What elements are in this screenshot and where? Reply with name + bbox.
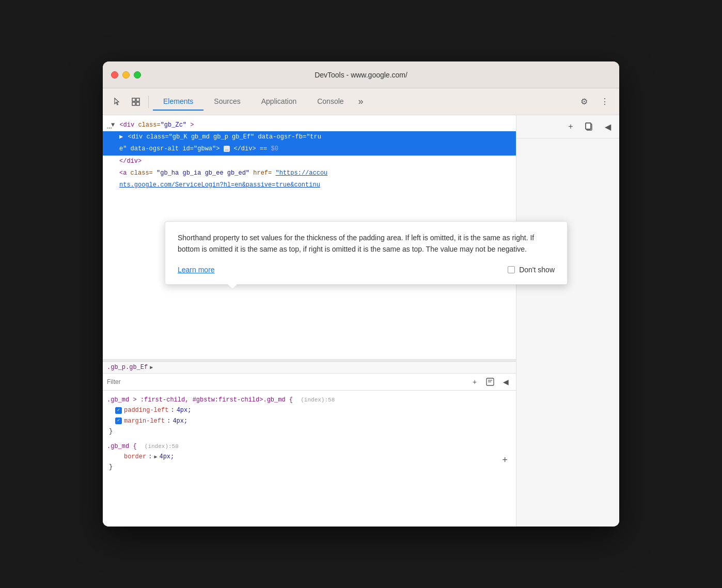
right-toolbar: + ◀ [516, 115, 619, 138]
tooltip-description: Shorthand property to set values for the… [178, 232, 516, 255]
toolbar-right: ⚙ ⋮ [576, 94, 613, 110]
tab-application[interactable]: Application [251, 93, 307, 111]
traffic-lights [111, 71, 141, 79]
padding-left-checkbox[interactable] [115, 407, 122, 414]
expand-arrow-2: ▶ [119, 133, 123, 141]
border-expand-arrow[interactable]: ▶ [154, 453, 157, 461]
right-copy-icon[interactable] [582, 119, 597, 134]
add-property-button[interactable]: + [502, 453, 508, 469]
new-style-rule-icon[interactable] [484, 376, 496, 388]
prop-value-padding-left: 4px; [177, 405, 192, 415]
css-prop-row-margin: margin-left : 4px; [107, 416, 512, 426]
filter-bar: + ◀ [103, 374, 516, 391]
svg-rect-1 [136, 98, 139, 101]
right-content [516, 138, 619, 527]
more-tabs-button[interactable]: » [354, 94, 368, 109]
prop-name-margin-left: margin-left [124, 416, 165, 426]
selector-text: .gb_p.gb_Ef [107, 364, 148, 371]
dom-line-6[interactable]: nts.google.com/ServiceLogin?hl=en&passiv… [103, 179, 516, 191]
dom-line-4[interactable]: </div> [103, 156, 516, 167]
styles-content: .gb_md > :first-child, #gbstw:first-chil… [103, 391, 516, 527]
ellipsis-indicator: … [107, 120, 112, 134]
svg-rect-8 [586, 123, 591, 129]
maximize-button[interactable] [134, 71, 141, 79]
tooltip-footer: Learn more Don't show [178, 266, 516, 274]
dom-line-2[interactable]: ▶ <div class="gb_K gb_md gb_p gb_Ef" dat… [103, 131, 516, 143]
tooltip-popup: Shorthand property to set values for the… [165, 221, 516, 285]
css-rule-2: .gb_md { (index):58 border : ▶ 4px; } [107, 441, 512, 473]
rule-1-close: } [107, 426, 512, 437]
toolbar-divider [148, 96, 149, 108]
main-area: … ▼ <div class="gb_Zc" > ▶ <div class="g… [103, 115, 619, 527]
svg-rect-0 [132, 98, 135, 101]
css-prop-row-border: border : ▶ 4px; [107, 452, 512, 462]
selector-bar: .gb_p.gb_Ef ▶ [103, 362, 516, 374]
prop-name-padding-left: padding-left [124, 405, 168, 415]
css-prop-row-padding: padding-left : 4px; [107, 405, 512, 415]
svg-rect-3 [136, 102, 139, 105]
close-button[interactable] [111, 71, 118, 79]
dont-show-option: Don't show [508, 266, 516, 274]
tab-bar: Elements Sources Application Console » [153, 93, 574, 111]
tab-console[interactable]: Console [307, 93, 354, 111]
inspect-icon[interactable] [128, 94, 144, 110]
more-options-icon[interactable]: ⋮ [597, 94, 613, 110]
learn-more-link[interactable]: Learn more [178, 266, 215, 274]
toggle-class-icon[interactable]: ◀ [499, 376, 512, 388]
svg-rect-2 [132, 102, 135, 105]
prop-value-border: 4px; [159, 452, 174, 462]
titlebar: DevTools - www.google.com/ [103, 61, 619, 88]
right-back-icon[interactable]: ◀ [601, 119, 615, 134]
line-ref-2: (index):58 [145, 443, 179, 450]
minimize-button[interactable] [122, 71, 130, 79]
css-selector-2: .gb_md { [107, 443, 137, 450]
dom-line-1[interactable]: ▼ <div class="gb_Zc" > [103, 119, 516, 131]
line-ref-1: (index):58 [301, 397, 335, 403]
right-panel: + ◀ [516, 115, 619, 527]
prop-name-border: border [124, 452, 146, 462]
tab-elements[interactable]: Elements [153, 93, 203, 111]
dom-line-3[interactable]: e" data-ogsr-alt id="gbwa"> … </div> == … [103, 143, 516, 155]
css-selector-1: .gb_md > :first-child, #gbstw:first-chil… [107, 396, 293, 404]
elements-panel: … ▼ <div class="gb_Zc" > ▶ <div class="g… [103, 115, 516, 527]
filter-input[interactable] [107, 378, 468, 385]
margin-left-checkbox[interactable] [115, 417, 122, 424]
devtools-window: DevTools - www.google.com/ Elements Sour… [103, 61, 619, 527]
dom-line-5[interactable]: <a class= "gb_ha gb_ia gb_ee gb_ed" href… [103, 167, 516, 179]
styles-panel: .gb_p.gb_Ef ▶ + [103, 361, 516, 527]
window-title: DevTools - www.google.com/ [315, 71, 407, 79]
css-rule-1: .gb_md > :first-child, #gbstw:first-chil… [107, 395, 512, 437]
cursor-icon[interactable] [109, 94, 125, 110]
rule-2-selector-row: .gb_md { (index):58 [107, 441, 512, 452]
rule-2-close: } [107, 462, 512, 472]
right-add-icon[interactable]: + [563, 119, 578, 134]
prop-value-margin-left: 4px; [172, 416, 187, 426]
tab-sources[interactable]: Sources [203, 93, 250, 111]
dont-show-checkbox[interactable] [508, 266, 515, 273]
selector-arrow-icon: ▶ [150, 364, 153, 370]
styles-action-buttons: + ◀ [468, 376, 512, 388]
main-toolbar: Elements Sources Application Console » ⚙… [103, 88, 619, 115]
add-style-icon[interactable]: + [468, 376, 481, 388]
settings-icon[interactable]: ⚙ [576, 94, 592, 110]
rule-1-selector-row: .gb_md > :first-child, #gbstw:first-chil… [107, 395, 512, 405]
